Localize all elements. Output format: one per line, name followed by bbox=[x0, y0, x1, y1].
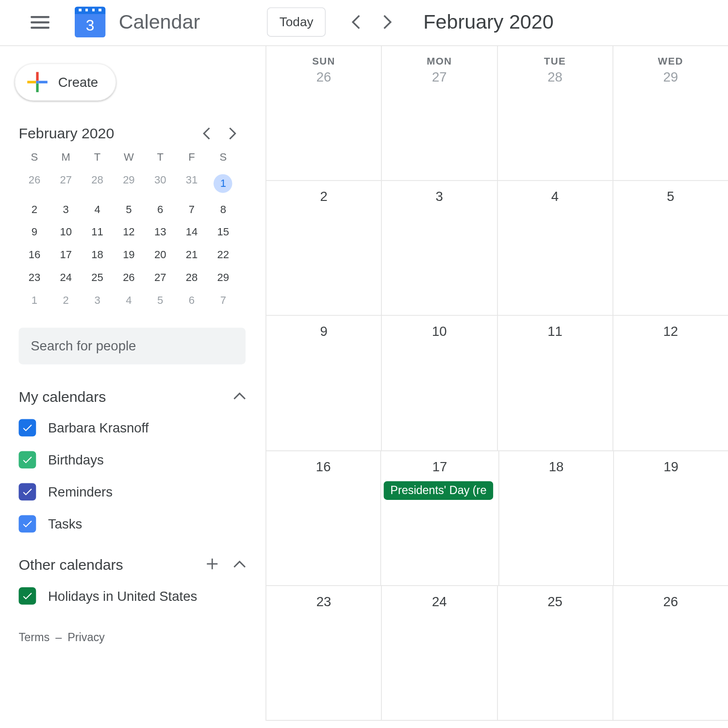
checkbox-icon[interactable] bbox=[19, 451, 36, 469]
day-cell[interactable]: 23 bbox=[266, 586, 382, 720]
day-number: 5 bbox=[613, 189, 728, 204]
create-button[interactable]: Create bbox=[15, 64, 116, 101]
day-cell[interactable]: SUN26 bbox=[266, 46, 382, 181]
terms-link[interactable]: Terms bbox=[19, 631, 50, 644]
calendar-item[interactable]: Birthdays bbox=[19, 451, 246, 469]
mini-day[interactable]: 10 bbox=[50, 226, 82, 238]
mini-day[interactable]: 15 bbox=[207, 226, 239, 238]
next-month-button[interactable] bbox=[375, 10, 399, 34]
calendar-item[interactable]: Barbara Krasnoff bbox=[19, 419, 246, 437]
mini-day[interactable]: 25 bbox=[82, 272, 113, 284]
mini-day[interactable]: 2 bbox=[19, 203, 50, 215]
day-number: 4 bbox=[497, 189, 612, 204]
mini-day[interactable]: 3 bbox=[82, 294, 113, 306]
day-cell[interactable]: MON27 bbox=[382, 46, 497, 181]
mini-day[interactable]: 12 bbox=[113, 226, 145, 238]
day-cell[interactable]: TUE28 bbox=[497, 46, 613, 181]
mini-day[interactable]: 7 bbox=[176, 203, 208, 215]
mini-day[interactable]: 5 bbox=[145, 294, 176, 306]
mini-day[interactable]: 21 bbox=[176, 249, 208, 261]
day-cell[interactable]: 19 bbox=[614, 451, 728, 585]
svg-rect-6 bbox=[207, 563, 217, 565]
checkbox-icon[interactable] bbox=[19, 515, 36, 533]
day-cell[interactable]: 18 bbox=[499, 451, 614, 585]
day-cell[interactable]: 26 bbox=[613, 586, 728, 720]
day-number: 19 bbox=[614, 459, 728, 474]
mini-day[interactable]: 26 bbox=[113, 272, 145, 284]
my-calendars-toggle[interactable]: My calendars bbox=[19, 388, 246, 406]
mini-dow: T bbox=[145, 151, 176, 164]
mini-day[interactable]: 8 bbox=[207, 203, 239, 215]
day-cell[interactable]: 3 bbox=[382, 181, 497, 315]
mini-day[interactable]: 27 bbox=[50, 174, 82, 193]
mini-day[interactable]: 18 bbox=[82, 249, 113, 261]
day-cell[interactable]: 10 bbox=[382, 316, 497, 450]
add-calendar-button[interactable] bbox=[206, 557, 219, 573]
svg-rect-4 bbox=[36, 81, 38, 83]
calendar-item[interactable]: Tasks bbox=[19, 515, 246, 533]
mini-day[interactable]: 29 bbox=[113, 174, 145, 193]
calendar-item-label: Barbara Krasnoff bbox=[48, 420, 149, 436]
mini-day[interactable]: 6 bbox=[145, 203, 176, 215]
checkbox-icon[interactable] bbox=[19, 483, 36, 501]
day-number: 10 bbox=[382, 324, 497, 339]
mini-day[interactable]: 17 bbox=[50, 249, 82, 261]
checkbox-icon[interactable] bbox=[19, 587, 36, 605]
mini-calendar-title: February 2020 bbox=[19, 125, 115, 142]
other-calendars-toggle[interactable]: Other calendars bbox=[19, 557, 246, 574]
today-button[interactable]: Today bbox=[267, 7, 326, 37]
calendar-item[interactable]: Reminders bbox=[19, 483, 246, 501]
checkbox-icon[interactable] bbox=[19, 419, 36, 437]
mini-day[interactable]: 4 bbox=[113, 294, 145, 306]
header: 3 Calendar Today February 2020 bbox=[0, 0, 728, 46]
event-chip[interactable]: Presidents' Day (re bbox=[384, 481, 494, 500]
mini-day[interactable]: 7 bbox=[207, 294, 239, 306]
prev-month-button[interactable] bbox=[345, 10, 369, 34]
mini-day[interactable]: 9 bbox=[19, 226, 50, 238]
mini-day[interactable]: 4 bbox=[82, 203, 113, 215]
day-cell[interactable]: 16 bbox=[266, 451, 381, 585]
mini-day[interactable]: 2 bbox=[50, 294, 82, 306]
mini-day[interactable]: 1 bbox=[214, 174, 233, 193]
day-cell[interactable]: 12 bbox=[613, 316, 728, 450]
privacy-link[interactable]: Privacy bbox=[67, 631, 105, 644]
day-cell[interactable]: 5 bbox=[613, 181, 728, 315]
mini-day[interactable]: 23 bbox=[19, 272, 50, 284]
week-row: 2345 bbox=[266, 181, 728, 316]
day-cell[interactable]: 4 bbox=[497, 181, 613, 315]
mini-day[interactable]: 6 bbox=[176, 294, 208, 306]
menu-icon[interactable] bbox=[31, 13, 50, 32]
mini-day[interactable]: 3 bbox=[50, 203, 82, 215]
mini-day[interactable]: 27 bbox=[145, 272, 176, 284]
search-people-input[interactable]: Search for people bbox=[19, 328, 246, 364]
mini-day[interactable]: 20 bbox=[145, 249, 176, 261]
mini-day[interactable]: 29 bbox=[207, 272, 239, 284]
day-cell[interactable]: WED29 bbox=[613, 46, 728, 181]
my-calendars-title: My calendars bbox=[19, 388, 106, 406]
mini-day[interactable]: 19 bbox=[113, 249, 145, 261]
mini-day[interactable]: 28 bbox=[176, 272, 208, 284]
mini-day[interactable]: 31 bbox=[176, 174, 208, 193]
mini-day[interactable]: 5 bbox=[113, 203, 145, 215]
day-cell[interactable]: 25 bbox=[497, 586, 613, 720]
mini-day[interactable]: 11 bbox=[82, 226, 113, 238]
day-cell[interactable]: 2 bbox=[266, 181, 382, 315]
mini-day[interactable]: 26 bbox=[19, 174, 50, 193]
mini-day[interactable]: 22 bbox=[207, 249, 239, 261]
month-title: February 2020 bbox=[423, 11, 553, 33]
mini-day[interactable]: 14 bbox=[176, 226, 208, 238]
mini-day[interactable]: 1 bbox=[19, 294, 50, 306]
mini-dow: T bbox=[82, 151, 113, 164]
mini-day[interactable]: 28 bbox=[82, 174, 113, 193]
mini-day[interactable]: 16 bbox=[19, 249, 50, 261]
day-cell[interactable]: 24 bbox=[382, 586, 497, 720]
mini-day[interactable]: 24 bbox=[50, 272, 82, 284]
mini-day[interactable]: 13 bbox=[145, 226, 176, 238]
mini-prev-button[interactable] bbox=[200, 127, 214, 140]
day-cell[interactable]: 11 bbox=[497, 316, 613, 450]
calendar-item[interactable]: Holidays in United States bbox=[19, 587, 246, 605]
day-cell[interactable]: 17Presidents' Day (re bbox=[381, 451, 499, 585]
mini-next-button[interactable] bbox=[226, 127, 239, 140]
mini-day[interactable]: 30 bbox=[145, 174, 176, 193]
day-cell[interactable]: 9 bbox=[266, 316, 382, 450]
